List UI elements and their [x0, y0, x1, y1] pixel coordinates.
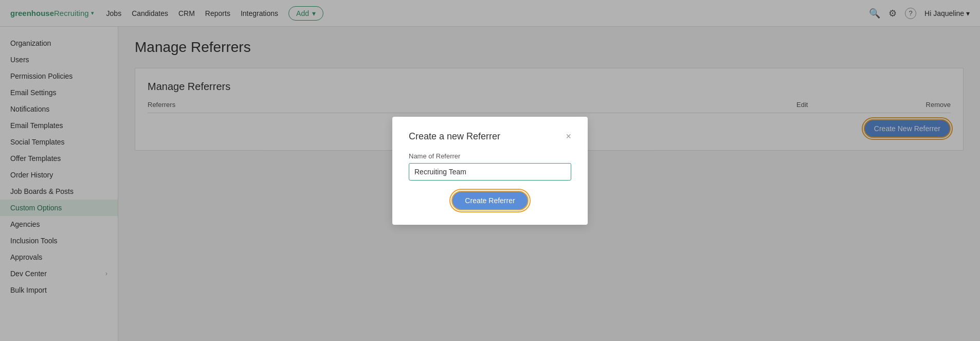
name-input[interactable]	[409, 163, 571, 181]
create-referrer-modal: Create a new Referrer × Name of Referrer…	[392, 117, 588, 225]
modal-actions: Create Referrer	[409, 191, 571, 210]
name-label: Name of Referrer	[409, 152, 571, 160]
modal-title: Create a new Referrer	[409, 131, 500, 142]
modal-overlay: Create a new Referrer × Name of Referrer…	[0, 0, 980, 341]
create-referrer-button[interactable]: Create Referrer	[451, 191, 528, 210]
modal-close-button[interactable]: ×	[566, 131, 571, 142]
modal-header: Create a new Referrer ×	[409, 131, 571, 142]
